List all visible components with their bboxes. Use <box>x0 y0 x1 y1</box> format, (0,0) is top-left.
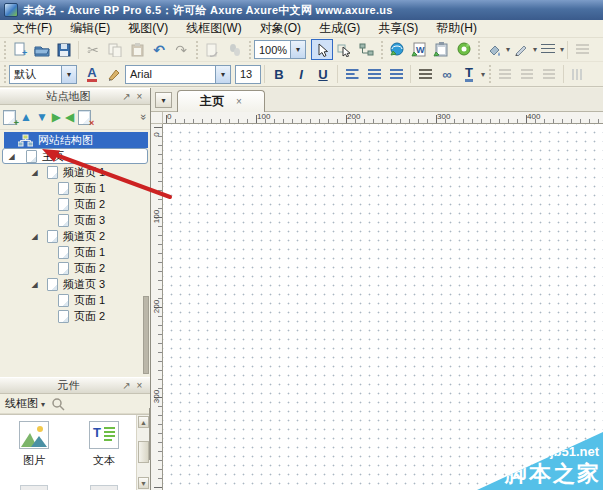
style-select[interactable]: 默认 ▾ <box>9 65 77 84</box>
chevron-down-icon[interactable]: ▾ <box>560 45 564 54</box>
tree-item-channel2[interactable]: ◢ 频道页 2 <box>0 228 150 244</box>
chevron-down-icon[interactable]: ▾ <box>481 70 485 79</box>
outdent-left-button[interactable]: ◀ <box>65 111 74 123</box>
menu-help[interactable]: 帮助(H) <box>427 20 486 37</box>
format-painter-button[interactable] <box>103 64 125 85</box>
wireframe-grid-canvas[interactable] <box>163 124 603 490</box>
tree-item-page[interactable]: 页面 3 <box>0 212 150 228</box>
tree-item-page[interactable]: 页面 1 <box>0 292 150 308</box>
menu-edit[interactable]: 编辑(E) <box>61 20 119 37</box>
scrollbar-thumb[interactable] <box>138 441 149 463</box>
add-page-button[interactable]: + <box>3 110 16 125</box>
line-color-button[interactable] <box>510 39 532 60</box>
zoom-select[interactable]: 100% ▾ <box>254 40 306 59</box>
zoom-value: 100% <box>259 44 290 56</box>
collapse-icon[interactable]: ◢ <box>30 168 39 177</box>
underline-button[interactable]: U <box>312 64 334 85</box>
italic-button[interactable]: I <box>290 64 312 85</box>
expand-panel-icon[interactable]: ↗ <box>120 91 133 102</box>
cut-button[interactable]: ✂ <box>82 39 104 60</box>
tab-list-dropdown[interactable]: ▾ <box>155 92 172 108</box>
toolbar-grip[interactable] <box>476 41 481 59</box>
toolbar-grip[interactable] <box>194 41 199 59</box>
font-size-input[interactable]: 13 <box>235 65 261 84</box>
group-button[interactable] <box>567 64 589 85</box>
menu-object[interactable]: 对象(O) <box>251 20 310 37</box>
tree-item-structure[interactable]: 网站结构图 <box>4 132 148 148</box>
menu-file[interactable]: 文件(F) <box>4 20 61 37</box>
sitemap-scrollbar-thumb[interactable] <box>143 296 149 374</box>
clipped-toolbar-button[interactable] <box>571 39 593 60</box>
tree-item-page[interactable]: 页面 1 <box>0 244 150 260</box>
tree-item-page[interactable]: 页面 1 <box>0 180 150 196</box>
toolbar-grip[interactable] <box>487 65 492 83</box>
generate-more-button[interactable] <box>452 39 474 60</box>
page-arrow-button[interactable] <box>201 39 223 60</box>
menu-view[interactable]: 视图(V) <box>119 20 177 37</box>
footprint-button[interactable] <box>223 39 245 60</box>
search-icon[interactable] <box>51 397 65 411</box>
paste-button[interactable] <box>126 39 148 60</box>
widget-library-dropdown[interactable]: 线框图 ▾ <box>5 396 45 411</box>
toolbar-grip[interactable] <box>379 41 384 59</box>
indent-right-button[interactable]: ▶ <box>52 111 61 123</box>
align-right-button[interactable] <box>385 64 407 85</box>
tree-item-channel3[interactable]: ◢ 频道页 3 <box>0 276 150 292</box>
widgets-scrollbar[interactable]: ▲ ▼ <box>136 415 150 490</box>
scroll-down-icon[interactable]: ▼ <box>138 477 149 489</box>
select-behind-tool-button[interactable] <box>333 39 355 60</box>
align-objects-left-button[interactable] <box>494 64 516 85</box>
generate-spec-button[interactable] <box>430 39 452 60</box>
close-panel-icon[interactable]: × <box>133 380 146 391</box>
more-tools-icon[interactable]: » <box>138 114 150 120</box>
pointer-tool-button[interactable] <box>311 39 333 60</box>
align-left-button[interactable] <box>341 64 363 85</box>
text-color-button[interactable]: T <box>458 64 480 85</box>
collapse-icon[interactable]: ◢ <box>30 232 39 241</box>
expand-panel-icon[interactable]: ↗ <box>120 380 133 391</box>
connector-tool-button[interactable] <box>355 39 377 60</box>
generate-prototype-button[interactable] <box>386 39 408 60</box>
redo-button[interactable]: ↷ <box>170 39 192 60</box>
tree-item-channel1[interactable]: ◢ 频道页 1 <box>0 164 150 180</box>
scroll-up-icon[interactable]: ▲ <box>138 416 149 428</box>
open-button[interactable] <box>31 39 53 60</box>
tree-item-home[interactable]: ◢ 主页 <box>2 148 148 164</box>
bold-button[interactable]: B <box>268 64 290 85</box>
menu-wireframe[interactable]: 线框图(W) <box>177 20 250 37</box>
tree-item-page[interactable]: 页面 2 <box>0 196 150 212</box>
font-style-editor-button[interactable]: A <box>81 64 103 85</box>
widget-text[interactable]: T 文本 <box>76 421 132 468</box>
undo-button[interactable]: ↶ <box>148 39 170 60</box>
delete-page-button[interactable]: × <box>78 110 91 125</box>
move-up-button[interactable]: ▲ <box>20 111 32 123</box>
align-objects-center-button[interactable] <box>516 64 538 85</box>
bullet-list-button[interactable] <box>414 64 436 85</box>
generate-word-spec-button[interactable]: W <box>408 39 430 60</box>
collapse-icon[interactable]: ◢ <box>7 152 16 161</box>
widgets-panel-title: 元件 <box>17 378 120 393</box>
font-select[interactable]: Arial ▾ <box>125 65 231 84</box>
menu-share[interactable]: 共享(S) <box>369 20 427 37</box>
new-file-button[interactable]: + <box>9 39 31 60</box>
save-button[interactable] <box>53 39 75 60</box>
widget-image[interactable]: 图片 <box>6 421 62 468</box>
ruler-label: 300 <box>152 383 161 411</box>
fill-color-button[interactable] <box>483 39 505 60</box>
line-style-button[interactable] <box>537 39 559 60</box>
close-panel-icon[interactable]: × <box>133 91 146 102</box>
toolbar-grip[interactable] <box>2 41 7 59</box>
copy-button[interactable] <box>104 39 126 60</box>
menu-generate[interactable]: 生成(G) <box>310 20 369 37</box>
move-down-button[interactable]: ▼ <box>36 111 48 123</box>
link-button[interactable]: ∞ <box>436 64 458 85</box>
collapse-icon[interactable]: ◢ <box>30 280 39 289</box>
toolbar-grip[interactable] <box>2 65 7 83</box>
tab-home[interactable]: 主页 × <box>177 90 265 112</box>
tab-close-icon[interactable]: × <box>236 96 242 107</box>
tree-item-page[interactable]: 页面 2 <box>0 260 150 276</box>
distribute-button[interactable] <box>538 64 560 85</box>
tree-item-page[interactable]: 页面 2 <box>0 308 150 324</box>
toolbar-grip[interactable] <box>247 41 252 59</box>
align-center-button[interactable] <box>363 64 385 85</box>
